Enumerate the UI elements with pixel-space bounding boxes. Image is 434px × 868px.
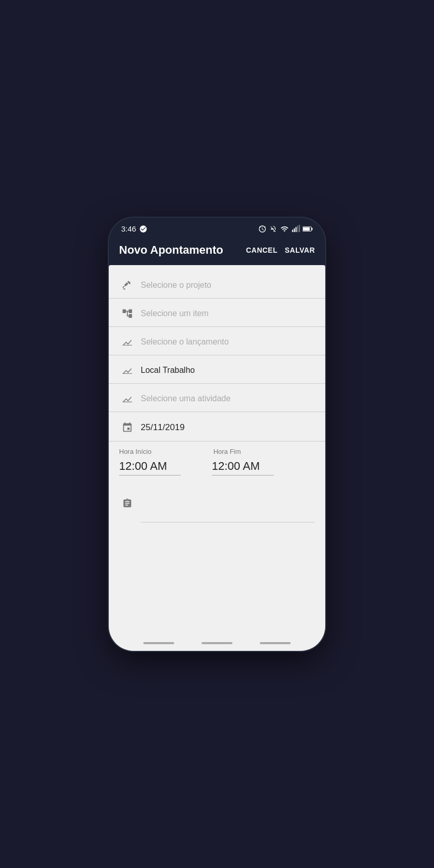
- calendar-icon: [119, 422, 136, 433]
- start-time-text[interactable]: 12:00 AM: [119, 460, 181, 476]
- notes-icon: [119, 498, 136, 509]
- header-actions: CANCEL SALVAR: [246, 246, 315, 254]
- mute-icon: [269, 225, 277, 233]
- bottom-indicator-center: [202, 642, 232, 644]
- date-row[interactable]: [109, 412, 325, 441]
- start-time-value[interactable]: 12:00 AM: [119, 460, 181, 476]
- project-icon: [119, 280, 136, 291]
- bottom-indicator-right: [260, 642, 291, 644]
- workplace-icon: [119, 365, 136, 376]
- workplace-row[interactable]: [109, 355, 325, 384]
- bottom-bar: [109, 635, 325, 651]
- alarm-icon: [258, 225, 266, 233]
- time-section: Hora Início Hora Fim 12:00 AM 12:00 AM: [109, 441, 325, 486]
- project-input[interactable]: [141, 279, 315, 292]
- item-icon: [119, 308, 136, 319]
- bottom-indicator-left: [143, 642, 174, 644]
- phone-frame: 3:46: [109, 218, 325, 651]
- start-time-label: Hora Início: [119, 448, 152, 455]
- activity-icon: [119, 393, 136, 404]
- svg-rect-3: [297, 225, 298, 232]
- svg-rect-0: [292, 230, 293, 232]
- end-time-label: Hora Fim: [213, 448, 241, 455]
- status-icons: [258, 225, 313, 233]
- notes-row[interactable]: [109, 486, 325, 529]
- project-row[interactable]: [109, 270, 325, 299]
- workplace-input[interactable]: [141, 364, 315, 377]
- item-input[interactable]: [141, 307, 315, 320]
- svg-rect-7: [303, 227, 310, 230]
- activity-row[interactable]: [109, 384, 325, 412]
- svg-rect-1: [294, 228, 295, 232]
- date-input[interactable]: [141, 420, 315, 435]
- item-row[interactable]: [109, 299, 325, 327]
- wifi-icon: [280, 225, 289, 233]
- svg-rect-4: [299, 225, 300, 232]
- end-time-value[interactable]: 12:00 AM: [212, 460, 274, 476]
- svg-rect-2: [295, 227, 296, 232]
- main-content: Hora Início Hora Fim 12:00 AM 12:00 AM: [109, 265, 325, 635]
- notes-input[interactable]: [141, 496, 315, 522]
- release-input[interactable]: [141, 335, 315, 349]
- status-time: 3:46: [121, 224, 136, 233]
- release-icon: [119, 336, 136, 348]
- check-circle-icon: [139, 225, 147, 233]
- battery-icon: [303, 225, 313, 233]
- page-title: Novo Apontamento: [119, 243, 223, 257]
- app-header: Novo Apontamento CANCEL SALVAR: [109, 238, 325, 265]
- signal-icon: [292, 225, 300, 233]
- cancel-button[interactable]: CANCEL: [246, 246, 277, 254]
- release-row[interactable]: [109, 327, 325, 355]
- end-time-text[interactable]: 12:00 AM: [212, 460, 274, 476]
- activity-input[interactable]: [141, 392, 315, 405]
- status-bar: 3:46: [109, 218, 325, 238]
- save-button[interactable]: SALVAR: [285, 246, 315, 254]
- time-labels: Hora Início Hora Fim: [119, 448, 315, 455]
- time-values: 12:00 AM 12:00 AM: [119, 460, 315, 476]
- status-time-area: 3:46: [121, 224, 147, 233]
- svg-rect-6: [311, 227, 312, 230]
